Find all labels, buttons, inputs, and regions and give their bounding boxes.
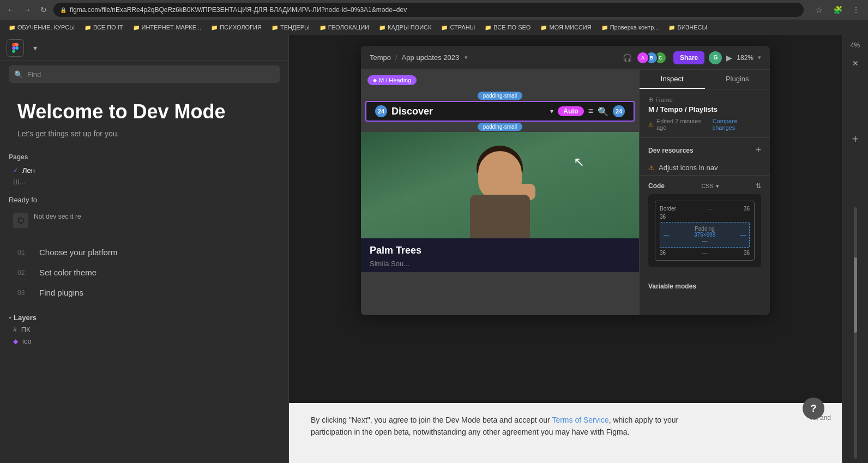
- audio-icon[interactable]: 🎧: [623, 53, 632, 62]
- border-row: Border — 36: [660, 206, 750, 212]
- bookmark-item[interactable]: 📁 ТЕНДЕРЫ: [267, 23, 314, 32]
- bookmark-item[interactable]: 📁 ВСЕ ПО IT: [80, 23, 128, 32]
- layer-item-hash[interactable]: # ПК: [9, 324, 280, 335]
- song-title: Palm Trees: [361, 238, 639, 258]
- warning-icon: ⚠: [648, 122, 653, 128]
- heading-pill-area: ◆ M / Heading: [361, 70, 639, 91]
- figma-logo[interactable]: [7, 39, 24, 57]
- nav-menu-icon: ≡: [588, 106, 593, 116]
- search-bar[interactable]: 🔍 Find: [9, 65, 280, 83]
- tab-inspect[interactable]: Inspect: [640, 70, 705, 89]
- add-button[interactable]: +: [847, 131, 864, 148]
- warning-dev-icon: ⚠: [648, 164, 654, 172]
- nav-container: padding-small 24 Discover ▾: [361, 91, 639, 132]
- bookmark-item[interactable]: 📁 КАДРЫ ПОИСК: [375, 23, 436, 32]
- browser-chrome: ← → ↻ 🔒 figma.com/file/nExaRRe4p2qBQeRz6…: [0, 0, 868, 35]
- bookmark-label: БИЗНЕСЫ: [677, 24, 707, 31]
- bookmark-folder-icon: 📁: [320, 25, 326, 31]
- padding-center: Padding 375×698 —: [694, 226, 715, 244]
- lock-icon: 🔒: [60, 7, 67, 13]
- bookmark-item[interactable]: 📁 ИНТЕРНЕТ-МАРКЕ...: [129, 23, 206, 32]
- box-model-outer: Border — 36 36: [655, 201, 755, 261]
- bookmark-folder-icon: 📁: [211, 25, 218, 31]
- person-image: [462, 135, 538, 238]
- page-item-active[interactable]: ✓ Лен: [9, 164, 280, 177]
- edited-info: ⚠ Edited 2 minutes ago: [648, 118, 713, 131]
- pages-label: Pages: [9, 153, 280, 161]
- breadcrumb-separator: /: [395, 53, 397, 62]
- bookmark-item[interactable]: 📁 ПСИХОЛОГИЯ: [207, 23, 266, 32]
- tab-plugins[interactable]: Plugins: [705, 70, 770, 89]
- bookmark-item[interactable]: 📁 СТРАНЫ: [437, 23, 479, 32]
- scrollbar-thumb[interactable]: [854, 257, 857, 333]
- refresh-button[interactable]: ↻: [37, 3, 50, 16]
- bookmark-item[interactable]: 📁 Проверка контр...: [597, 23, 664, 32]
- bottom-right-val: 36: [744, 250, 750, 256]
- pages-section: Pages ✓ Лен Ш...: [0, 149, 288, 191]
- face-body: [470, 195, 530, 238]
- scrollbar-track[interactable]: [854, 207, 857, 459]
- layer-item-diamond[interactable]: ◆ ico: [9, 335, 280, 347]
- bookmark-item[interactable]: 📁 БИЗНЕСЫ: [664, 23, 712, 32]
- bookmark-item[interactable]: 📁 МОЯ МИССИЯ: [536, 23, 595, 32]
- preview-image-bg: [361, 132, 639, 238]
- star-button[interactable]: ☆: [811, 2, 827, 17]
- preview-toolbar: Tempo / App updates 2023 ▾ 🎧 A B C: [361, 46, 770, 70]
- frame-icon: ⊞: [648, 96, 653, 103]
- step-item-1[interactable]: 01 Choose your platform: [17, 242, 271, 262]
- present-button[interactable]: ▶: [726, 53, 732, 62]
- tos-link[interactable]: Terms of Service: [552, 416, 608, 424]
- layers-section: ▾ Layers # ПК ◆ ico: [0, 309, 288, 351]
- padding-bottom-label-container: padding-small: [365, 122, 635, 132]
- share-button[interactable]: Share: [673, 51, 704, 64]
- menu-button[interactable]: ⋮: [848, 2, 864, 17]
- bookmark-item[interactable]: 📁 ВСЕ ПО SEO: [480, 23, 535, 32]
- bookmark-label: ГЕОЛОКАЦИИ: [328, 24, 369, 31]
- preview-canvas[interactable]: ◆ M / Heading padding-small: [361, 70, 639, 315]
- bookmark-label: МОЯ МИССИЯ: [549, 24, 591, 31]
- bookmark-item[interactable]: 📁 ОБУЧЕНИЕ, КУРСЫ: [4, 23, 79, 32]
- add-dev-resource-button[interactable]: +: [755, 145, 761, 156]
- forward-button[interactable]: →: [21, 3, 34, 16]
- bookmark-label: ВСЕ ПО IT: [93, 24, 123, 31]
- back-button[interactable]: ←: [4, 3, 17, 16]
- variable-modes-section: Variable modes: [640, 274, 770, 297]
- bookmark-folder-icon: 📁: [540, 25, 547, 31]
- layers-header[interactable]: ▾ Layers: [9, 314, 280, 322]
- bookmark-folder-icon: 📁: [668, 25, 675, 31]
- bookmarks-bar: 📁 ОБУЧЕНИЕ, КУРСЫ 📁 ВСЕ ПО IT 📁 ИНТЕРНЕТ…: [0, 20, 868, 35]
- bottom-row: 36 — 36: [660, 250, 750, 256]
- close-panel-button[interactable]: ✕: [847, 55, 864, 72]
- step-item-3[interactable]: 03 Find plugins: [17, 282, 271, 303]
- compare-changes-link[interactable]: Compare changes: [713, 118, 761, 131]
- step-item-2[interactable]: 02 Set color theme: [17, 262, 271, 282]
- border-label: Border: [660, 206, 676, 212]
- layer-title-row: ⊞ Frame M / Tempo / Playlists: [648, 96, 761, 113]
- code-lang-chevron-icon: ▾: [716, 183, 719, 190]
- edit-row: ⚠ Edited 2 minutes ago Compare changes: [648, 118, 761, 131]
- canvas-area: Tempo / App updates 2023 ▾ 🎧 A B C: [289, 35, 868, 463]
- code-lang-selector[interactable]: CSS ▾: [701, 183, 719, 190]
- figma-menu-chevron[interactable]: ▾: [28, 41, 41, 55]
- zoom-percent-label: 4%: [851, 39, 860, 51]
- avatar-1: A: [636, 51, 649, 64]
- dev-resource-item[interactable]: ⚠ Adjust icons in nav: [640, 160, 770, 175]
- bookmark-folder-icon: 📁: [441, 25, 448, 31]
- border-value-right: 36: [744, 206, 750, 212]
- padding-label-inner: Padding: [694, 226, 715, 232]
- code-format-button[interactable]: ⇅: [756, 182, 761, 190]
- layer-items: # ПК ◆ ico: [9, 322, 280, 349]
- layer-name: M / Tempo / Playlists: [648, 105, 718, 113]
- welcome-section: Welcome to Dev Mode Let's get things set…: [0, 87, 288, 149]
- bookmark-item[interactable]: 📁 ГЕОЛОКАЦИИ: [315, 23, 373, 32]
- page-item-sub[interactable]: Ш...: [9, 177, 280, 187]
- phone-nav-bar: 24 Discover ▾ Auto ≡ 🔍 24: [366, 102, 634, 121]
- bookmark-folder-icon: 📁: [133, 25, 140, 31]
- address-bar[interactable]: 🔒 figma.com/file/nExaRRe4p2qBQeRz6kB0KW/…: [53, 3, 804, 17]
- canvas-center: Tempo / App updates 2023 ▾ 🎧 A B C: [289, 35, 842, 463]
- padding-top-label-container: padding-small: [365, 91, 635, 101]
- browser-actions: ☆ 🧩 ⋮: [811, 2, 864, 17]
- canvas-scroll[interactable]: Tempo / App updates 2023 ▾ 🎧 A B C: [289, 35, 842, 403]
- extensions-button[interactable]: 🧩: [830, 2, 845, 17]
- help-button[interactable]: ?: [803, 398, 824, 419]
